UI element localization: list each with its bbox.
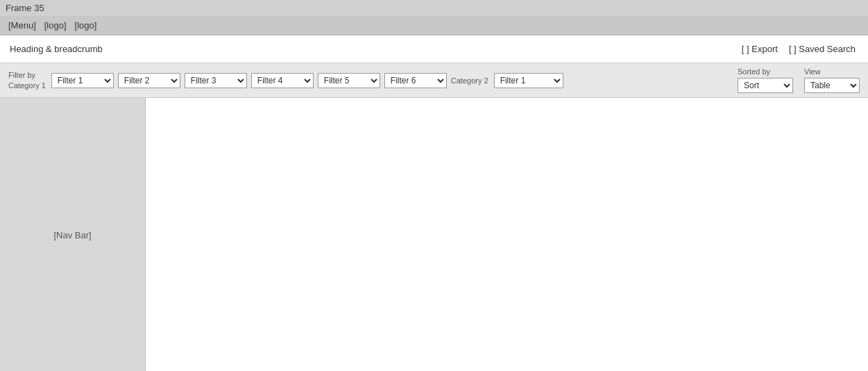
filter4-select[interactable]: Filter 4 (251, 73, 314, 88)
menu-button[interactable]: [Menu] (8, 20, 36, 31)
filter5-select[interactable]: Filter 5 (318, 73, 380, 88)
frame-label: Frame 35 (0, 0, 868, 16)
category2-label: Category 2 (451, 76, 488, 85)
nav-bar: [Nav Bar] (0, 98, 146, 371)
category1-label: Category 1 (8, 81, 46, 90)
heading-actions: [ ] Export [ ] Saved Search (739, 42, 858, 56)
logo2[interactable]: [logo] (75, 20, 97, 31)
nav-bar-label: [Nav Bar] (53, 230, 91, 240)
saved-search-button[interactable]: [ ] Saved Search (786, 42, 858, 56)
logo1[interactable]: [logo] (44, 20, 67, 31)
sorted-by-section: Sorted by Sort (738, 67, 793, 93)
heading-bar: Heading & breadcrumb [ ] Export [ ] Save… (0, 35, 868, 63)
view-section: View Table (804, 67, 860, 93)
content-area (146, 98, 868, 371)
sorted-by-label: Sorted by (738, 67, 793, 76)
top-bar: [Menu] [logo] [logo] (0, 16, 868, 35)
filter-bar: Filter by Category 1 Filter 1 Filter 2 F… (0, 63, 868, 98)
view-select[interactable]: Table (804, 78, 860, 93)
view-label: View (804, 67, 860, 76)
filter3-select[interactable]: Filter 3 (185, 73, 247, 88)
heading-breadcrumb: Heading & breadcrumb (10, 44, 103, 54)
filter6-select[interactable]: Filter 6 (384, 73, 447, 88)
filter-selects-row: Filter 1 Filter 2 Filter 3 Filter 4 Filt… (51, 73, 563, 88)
export-button[interactable]: [ ] Export (739, 42, 781, 56)
filter2-select[interactable]: Filter 2 (118, 73, 180, 88)
main-content: [Nav Bar] (0, 98, 868, 371)
filter-category2-select[interactable]: Filter 1 (494, 73, 563, 88)
filter-by-section: Filter by Category 1 (8, 71, 46, 90)
filter-by-label: Filter by (8, 71, 46, 79)
sort-select[interactable]: Sort (738, 78, 793, 93)
filter1-select[interactable]: Filter 1 (51, 73, 114, 88)
